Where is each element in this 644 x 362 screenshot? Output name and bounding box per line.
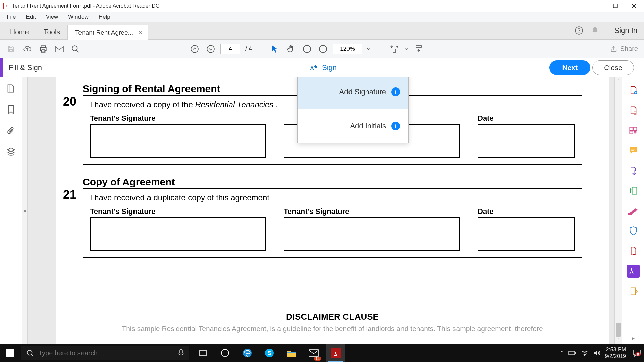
menu-edit[interactable]: Edit [22, 13, 40, 21]
menu-help[interactable]: Help [95, 13, 114, 21]
s20-sig1-field[interactable] [90, 124, 266, 158]
plus-icon: + [391, 122, 400, 130]
task-view-button[interactable] [193, 344, 213, 362]
taskbar-search-input[interactable] [38, 349, 173, 357]
s20-date-field[interactable] [478, 124, 575, 158]
attachments-icon[interactable] [7, 126, 15, 135]
email-icon[interactable] [53, 43, 66, 55]
window-minimize-button[interactable] [587, 0, 606, 12]
add-signature-item[interactable]: Add Signature + [298, 77, 408, 109]
redact-icon[interactable] [627, 204, 640, 217]
battery-icon[interactable] [568, 350, 576, 356]
tab-document-active[interactable]: Tenant Rent Agree... ✕ [67, 25, 148, 40]
edit-pdf-icon[interactable] [627, 124, 640, 137]
zoom-out-icon[interactable] [301, 43, 313, 55]
tray-chevron-icon[interactable]: ˄ [561, 350, 564, 356]
disclaimer-heading: DISCLAIMER CLAUSE [56, 312, 609, 322]
s21-sig1-label: Tenant's Signature [90, 207, 266, 216]
thumbnails-icon[interactable] [6, 84, 16, 93]
s21-sig1-field[interactable] [90, 217, 266, 251]
start-button[interactable] [0, 344, 20, 362]
organize-icon[interactable] [627, 184, 640, 197]
taskbar-app-acrobat[interactable] [326, 344, 345, 362]
acrobat-logo-icon [3, 3, 9, 9]
compress-icon[interactable] [627, 245, 640, 257]
fit-dropdown-icon[interactable] [404, 43, 409, 55]
window-close-button[interactable] [625, 0, 643, 12]
scroll-thumb[interactable] [616, 323, 621, 337]
svg-rect-29 [6, 353, 10, 357]
selection-tool-icon[interactable] [268, 43, 281, 55]
page-number-input[interactable] [220, 44, 240, 54]
menu-view[interactable]: View [42, 13, 62, 21]
more-tools-icon[interactable] [627, 285, 640, 298]
zoom-in-icon[interactable] [317, 43, 329, 55]
taskbar-app-mail[interactable]: 14 [304, 344, 323, 362]
layers-icon[interactable] [6, 147, 16, 156]
protect-icon[interactable] [627, 225, 640, 237]
find-icon[interactable] [69, 43, 82, 55]
taskbar-app-explorer[interactable] [282, 344, 301, 362]
s21-sig2-field[interactable] [284, 217, 460, 251]
create-pdf-icon[interactable] [627, 84, 640, 97]
share-label: Share [620, 45, 638, 53]
scroll-up-icon[interactable]: ˄ [615, 77, 622, 84]
taskbar-clock[interactable]: 2:53 PM 9/2/2019 [605, 346, 626, 360]
zoom-dropdown-icon[interactable] [366, 43, 372, 55]
s21-date-field[interactable] [478, 217, 575, 251]
bookmark-icon[interactable] [7, 105, 15, 115]
sign-in-button[interactable]: Sign In [614, 26, 638, 35]
fit-width-icon[interactable] [388, 43, 401, 55]
left-panel-collapse-button[interactable]: ◂ [22, 77, 28, 344]
hand-tool-icon[interactable] [284, 43, 297, 55]
mic-icon[interactable] [178, 349, 184, 357]
comment-icon[interactable] [627, 144, 640, 157]
main-toolbar: / 4 Share [0, 40, 644, 58]
add-signature-label: Add Signature [339, 87, 386, 96]
vertical-scrollbar[interactable]: ˄ ˅ [614, 77, 622, 344]
section-21-title: Copy of Agreement [83, 176, 582, 188]
scroll-down-icon[interactable]: ˅ [615, 337, 622, 344]
next-button[interactable]: Next [549, 60, 590, 75]
svg-rect-22 [630, 127, 633, 130]
fill-sign-rail-icon[interactable] [627, 265, 640, 278]
menu-window[interactable]: Window [64, 13, 92, 21]
taskbar-app-cortana[interactable] [215, 344, 235, 362]
page-up-icon[interactable] [188, 43, 201, 55]
scroll-mode-icon[interactable] [412, 43, 425, 55]
svg-rect-45 [569, 351, 575, 355]
zoom-level-input[interactable] [333, 44, 362, 54]
print-icon[interactable] [37, 43, 50, 55]
action-center-button[interactable]: 9 [633, 349, 641, 357]
close-button[interactable]: Close [592, 60, 634, 75]
page-down-icon[interactable] [204, 43, 217, 55]
cloud-upload-icon[interactable] [21, 43, 34, 55]
tab-home[interactable]: Home [3, 24, 36, 39]
svg-rect-6 [10, 49, 12, 51]
help-icon[interactable] [575, 26, 583, 35]
bell-icon[interactable] [591, 26, 599, 35]
s20-sig1-label: Tenant's Signature [90, 114, 266, 123]
page-total-label: / 4 [245, 45, 252, 52]
right-panel-collapse-button[interactable]: ▸ [632, 335, 635, 341]
svg-rect-42 [287, 352, 296, 353]
combine-icon[interactable] [627, 164, 640, 177]
taskbar-app-skype[interactable]: S [260, 344, 279, 362]
taskbar-search[interactable] [21, 346, 189, 360]
menu-file[interactable]: File [3, 13, 20, 21]
tab-tools[interactable]: Tools [36, 24, 67, 39]
share-button[interactable]: Share [610, 45, 638, 53]
window-maximize-button[interactable] [606, 0, 625, 12]
sign-dropdown-button[interactable]: Sign [309, 63, 337, 72]
document-viewport[interactable]: 20 Signing of Rental Agreement I have re… [28, 77, 614, 344]
right-tool-rail: ▸ [622, 77, 644, 344]
tab-close-icon[interactable]: ✕ [139, 29, 143, 36]
plus-icon: + [391, 87, 400, 96]
save-icon[interactable] [5, 43, 17, 55]
taskbar-app-edge[interactable] [237, 344, 257, 362]
wifi-icon[interactable] [581, 350, 588, 356]
window-titlebar: Tenant Rent Agreement Form.pdf - Adobe A… [0, 0, 644, 12]
volume-icon[interactable] [593, 350, 600, 356]
export-pdf-icon[interactable] [627, 104, 640, 117]
add-initials-item[interactable]: Add Initials + [298, 109, 408, 143]
